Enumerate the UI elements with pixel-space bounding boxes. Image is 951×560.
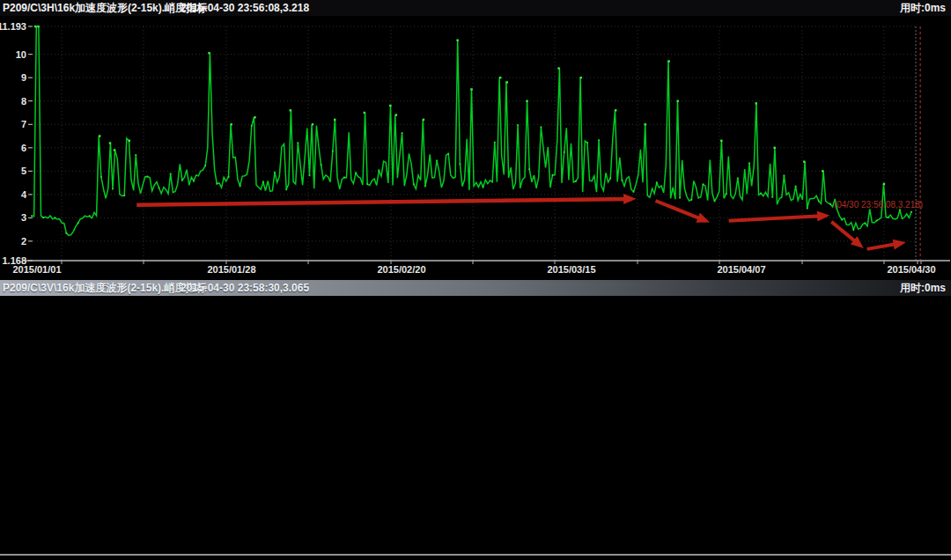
cursor-readout-note: (04/30 23:56:08,3.218) <box>834 200 923 210</box>
trend-annotation-arrow <box>136 199 632 205</box>
trend-annotation-arrows <box>136 199 902 249</box>
y-tick-label: 2 <box>21 236 26 247</box>
y-axis-labels: 11.19323456789101.168 <box>0 21 33 266</box>
y-tick-label: 7 <box>21 119 26 129</box>
x-tick-label: 2015/02/20 <box>377 264 425 275</box>
chart-current-reading-3h: 2015-04-30 23:56:08,3.218 <box>181 0 309 16</box>
y-tick-label: 11.193 <box>0 21 26 32</box>
trend-annotation-arrow <box>729 216 826 221</box>
y-tick-label: 9 <box>21 72 26 83</box>
x-tick-label: 2015/04/07 <box>717 264 765 275</box>
window-bottom-border <box>0 554 951 560</box>
y-tick-label: 10 <box>16 49 26 60</box>
y-tick-label: 4 <box>21 189 27 200</box>
chart-title-3v: P209/C\3V\16k加速度波形(2-15k).峭度指标 <box>3 280 206 296</box>
y-tick-label: 3 <box>21 212 26 223</box>
panel-3v: P209/C\3V\16k加速度波形(2-15k).峭度指标 2015-04-3… <box>0 280 951 296</box>
elapsed-time-3h: 用时:0ms <box>900 0 946 16</box>
trend-annotation-arrow <box>656 201 706 221</box>
x-tick-label: 2015/01/01 <box>12 264 61 275</box>
panel-3h: P209/C\3H\16k加速度波形(2-15k).峭度指标 2015-04-3… <box>0 0 951 16</box>
chart-title-3h: P209/C\3H\16k加速度波形(2-15k).峭度指标 <box>3 0 207 16</box>
x-tick-label: 2015/01/28 <box>207 264 255 275</box>
x-axis <box>25 261 950 264</box>
trend-chart-3h[interactable]: 11.19323456789101.1682015/01/012015/01/2… <box>0 16 951 280</box>
y-tick-label: 8 <box>21 96 26 107</box>
y-tick-label: 6 <box>21 143 26 153</box>
chart-titlebar-3h[interactable]: P209/C\3H\16k加速度波形(2-15k).峭度指标 2015-04-3… <box>0 0 951 16</box>
x-tick-label: 2015/03/15 <box>547 264 595 275</box>
trend-monitor-window: P209/C\3H\16k加速度波形(2-15k).峭度指标 2015-04-3… <box>0 0 951 560</box>
chart-titlebar-3v[interactable]: P209/C\3V\16k加速度波形(2-15k).峭度指标 2015-04-3… <box>0 280 951 296</box>
elapsed-time-3v: 用时:0ms <box>900 280 946 296</box>
chart-current-reading-3v: 2015-04-30 23:58:30,3.065 <box>181 280 309 296</box>
trend-annotation-arrow <box>867 243 903 249</box>
x-axis-labels: 2015/01/012015/01/282015/02/202015/03/15… <box>12 264 935 275</box>
x-tick-label: 2015/04/30 <box>887 264 935 275</box>
y-tick-label: 5 <box>21 166 26 176</box>
